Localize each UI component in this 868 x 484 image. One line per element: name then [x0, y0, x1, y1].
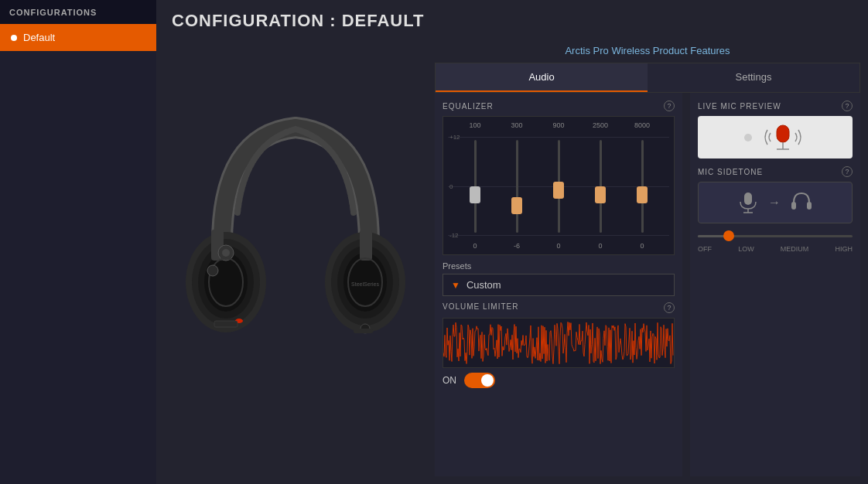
sidetone-header: MIC SIDETONE ? — [698, 166, 853, 177]
eq-slider-8000[interactable] — [634, 136, 651, 237]
sidetone-track — [698, 228, 853, 244]
panels-row: EQUALIZER ? 100 300 900 2500 8000 — [435, 93, 860, 476]
sidetone-track-bg — [698, 235, 853, 237]
live-mic-title: LIVE MIC PREVIEW — [698, 102, 781, 111]
svg-rect-24 — [744, 193, 752, 205]
live-mic-help-button[interactable]: ? — [842, 101, 853, 111]
svg-rect-18 — [354, 329, 373, 333]
eq-sliders: +12 0 -12 — [448, 132, 669, 240]
sidetone-off-label: OFF — [698, 245, 712, 253]
svg-text:SteelSeries: SteelSeries — [351, 281, 379, 287]
presets-dropdown[interactable]: ▼ Custom — [443, 274, 675, 296]
chevron-down-icon: ▼ — [451, 280, 460, 291]
svg-rect-20 — [777, 125, 789, 142]
presets-value: Custom — [466, 279, 501, 291]
sidetone-title: MIC SIDETONE — [698, 168, 763, 176]
sidetone-high-label: HIGH — [835, 245, 853, 253]
waveform-canvas — [443, 319, 674, 367]
sidetone-low-label: LOW — [738, 245, 754, 253]
sidetone-headphones-icon — [790, 192, 813, 213]
vol-help-button[interactable]: ? — [664, 302, 675, 313]
sidetone-thumb[interactable] — [723, 230, 734, 241]
eq-slider-100[interactable] — [466, 136, 484, 237]
main-content: CONFIGURATION : DEFAULT — [156, 0, 868, 484]
toggle-thumb — [481, 374, 494, 387]
eq-slider-2500[interactable] — [592, 136, 609, 237]
freq-100: 100 — [463, 121, 487, 129]
freq-2500: 2500 — [589, 121, 612, 129]
freq-900: 900 — [547, 121, 570, 129]
sidebar: CONFIGURATIONS Default — [0, 0, 156, 484]
sidetone-labels: OFF LOW MEDIUM HIGH — [698, 245, 853, 253]
right-panel: Arctis Pro Wireless Product Features Aud… — [435, 42, 860, 476]
page-title: CONFIGURATION : DEFAULT — [156, 0, 868, 42]
svg-point-3 — [204, 253, 248, 312]
vol-toggle-label: ON — [443, 375, 456, 386]
configurations-label: CONFIGURATIONS — [9, 8, 97, 17]
sidetone-medium-label: MEDIUM — [781, 245, 809, 253]
sidebar-header: CONFIGURATIONS — [0, 0, 156, 24]
mic-icon — [760, 124, 806, 151]
sidebar-item-label: Default — [23, 32, 55, 43]
svg-point-13 — [222, 249, 230, 257]
svg-rect-28 — [807, 202, 812, 210]
vol-header: VOLUME LIMITER ? — [443, 302, 675, 313]
tab-audio[interactable]: Audio — [436, 63, 648, 92]
mic-panel: LIVE MIC PREVIEW ? — [690, 93, 860, 476]
headset-area: SteelSeries — [164, 42, 427, 476]
vol-waveform — [443, 318, 675, 368]
tabs-container: Audio Settings — [435, 63, 860, 93]
eq-section: EQUALIZER ? 100 300 900 2500 8000 — [443, 101, 675, 255]
volume-limiter-section: VOLUME LIMITER ? ON — [443, 302, 675, 388]
presets-section: Presets ▼ Custom — [443, 261, 675, 296]
svg-point-19 — [207, 265, 218, 276]
content-area: SteelSeries Arctis P — [156, 42, 868, 484]
sidebar-item-dot — [11, 35, 17, 41]
sidetone-mic-icon — [737, 192, 759, 213]
sidetone-arrow-icon: → — [768, 196, 781, 210]
svg-rect-27 — [791, 202, 796, 210]
live-mic-preview-button[interactable] — [698, 116, 853, 158]
eq-header: EQUALIZER ? — [443, 101, 675, 111]
presets-label: Presets — [443, 261, 675, 271]
eq-freq-labels: 100 300 900 2500 8000 — [448, 121, 669, 129]
vol-toggle[interactable] — [464, 373, 495, 388]
eq-title: EQUALIZER — [443, 102, 494, 111]
live-mic-header: LIVE MIC PREVIEW ? — [698, 101, 853, 111]
sidetone-slider-wrap: OFF LOW MEDIUM HIGH — [698, 228, 853, 253]
freq-300: 300 — [505, 121, 528, 129]
sidetone-icon-box: → — [698, 182, 853, 223]
svg-rect-9 — [360, 230, 372, 261]
mic-sidetone-section: MIC SIDETONE ? → — [698, 166, 853, 253]
live-mic-section: LIVE MIC PREVIEW ? — [698, 101, 853, 158]
product-title: Arctis Pro Wireless Product Features — [435, 42, 860, 56]
vol-title: VOLUME LIMITER — [443, 302, 518, 313]
vol-controls: ON — [443, 373, 675, 388]
headset-image: SteelSeries — [176, 104, 415, 414]
eq-slider-900[interactable] — [550, 136, 567, 237]
eq-slider-300[interactable] — [508, 136, 525, 237]
tab-settings[interactable]: Settings — [648, 63, 859, 92]
audio-panel: EQUALIZER ? 100 300 900 2500 8000 — [435, 93, 682, 476]
sidebar-item-default[interactable]: Default — [0, 24, 156, 51]
eq-help-button[interactable]: ? — [664, 101, 675, 111]
eq-container: 100 300 900 2500 8000 +12 0 — [443, 116, 675, 255]
mic-status-dot — [744, 134, 752, 141]
svg-rect-16 — [214, 321, 238, 327]
sidetone-help-button[interactable]: ? — [842, 166, 853, 177]
freq-8000: 8000 — [630, 121, 654, 129]
